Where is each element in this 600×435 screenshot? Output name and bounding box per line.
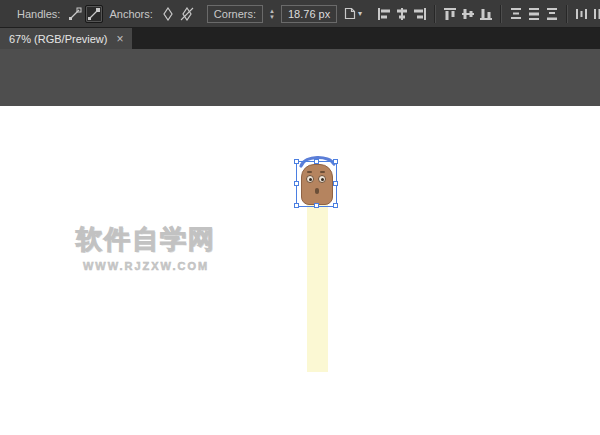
align-right-button[interactable] (411, 5, 429, 23)
pasteboard-area[interactable] (0, 49, 600, 106)
distribute-left-icon (575, 7, 589, 21)
selection-handle[interactable] (333, 203, 338, 208)
anchors-label: Anchors: (109, 8, 152, 20)
smooth-handle-icon (68, 7, 82, 21)
align-horizontal-center-icon (395, 7, 409, 21)
corners-label[interactable]: Corners: (207, 5, 263, 23)
remove-anchor-icon (180, 7, 194, 21)
corners-stepper: ▲ ▼ (269, 8, 275, 20)
selection-handle[interactable] (314, 159, 319, 164)
align-right-icon (413, 7, 427, 21)
align-left-button[interactable] (375, 5, 393, 23)
selection-handle[interactable] (333, 181, 338, 186)
distribute-left-button[interactable] (573, 5, 591, 23)
distribute-vertical-center-icon (527, 7, 541, 21)
align-horizontal-center-button[interactable] (393, 5, 411, 23)
distribute-vertical-center-button[interactable] (525, 5, 543, 23)
handle-buttons (66, 5, 103, 23)
align-vertical-center-button[interactable] (459, 5, 477, 23)
distribute-horizontal-center-button[interactable] (591, 5, 600, 23)
convert-anchor-button[interactable] (159, 5, 177, 23)
selection-handle[interactable] (314, 203, 319, 208)
tab-close-icon[interactable]: × (116, 33, 123, 45)
distribute-top-button[interactable] (507, 5, 525, 23)
corner-handle-icon (87, 7, 101, 21)
distribute-horizontal-center-icon (593, 7, 600, 21)
toolbar-separator (500, 5, 502, 23)
selection-box[interactable] (296, 161, 337, 207)
toolbar-separator (566, 5, 568, 23)
remove-anchor-button[interactable] (178, 5, 196, 23)
align-bottom-icon (479, 7, 493, 21)
selection-handle[interactable] (294, 159, 299, 164)
align-left-icon (377, 7, 391, 21)
anchor-buttons (159, 5, 196, 23)
presets-dropdown-button[interactable]: ▾ (340, 5, 366, 23)
distribute-bottom-icon (545, 7, 559, 21)
presets-dropdown-icon (344, 7, 356, 20)
document-tab[interactable]: 67% (RGB/Preview) × (0, 28, 132, 49)
align-top-icon (443, 7, 457, 21)
align-bottom-button[interactable] (477, 5, 495, 23)
corners-value-input[interactable]: 18.76 px (281, 5, 337, 23)
selection-handle[interactable] (333, 159, 338, 164)
smooth-handle-button[interactable] (66, 5, 84, 23)
character-stick-body[interactable] (307, 204, 328, 372)
selection-handle[interactable] (294, 181, 299, 186)
document-tabbar: 67% (RGB/Preview) × (0, 28, 600, 49)
distribute-top-icon (509, 7, 523, 21)
chevron-down-icon: ▾ (358, 9, 362, 18)
toolbar-separator (434, 5, 436, 23)
selection-handle[interactable] (294, 203, 299, 208)
control-toolbar: Handles: Anchors: Corners: ▲ ▼ 18.76 px … (0, 0, 600, 28)
align-vertical-center-icon (461, 7, 475, 21)
align-top-button[interactable] (441, 5, 459, 23)
handles-label: Handles: (17, 8, 60, 20)
stepper-down-button[interactable]: ▼ (269, 14, 275, 20)
corner-handle-button[interactable] (85, 5, 103, 23)
align-groups (375, 5, 600, 23)
convert-anchor-icon (161, 7, 175, 21)
distribute-bottom-button[interactable] (543, 5, 561, 23)
document-tab-label: 67% (RGB/Preview) (9, 33, 107, 45)
